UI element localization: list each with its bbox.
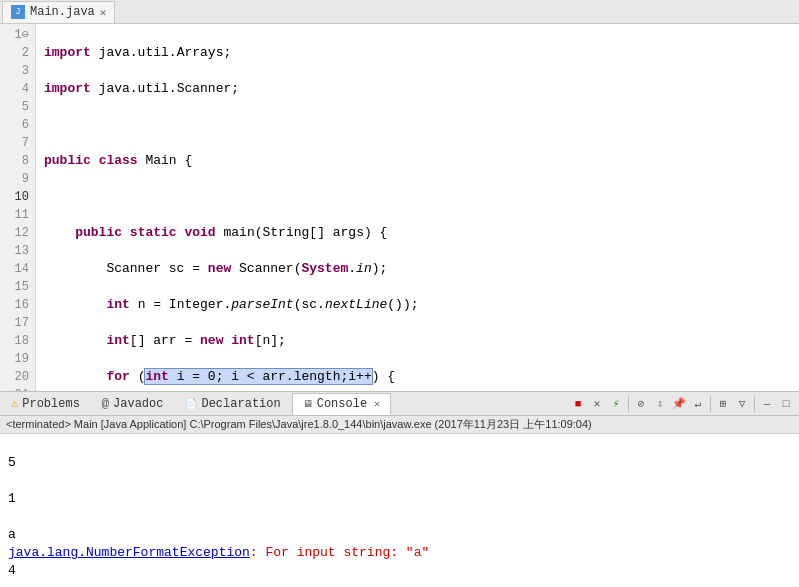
line-num-16: 16: [6, 296, 29, 314]
code-editor: 1⊖ 2 3 4 5 6 7 8 9 10 11 12 13 14 15 16 …: [0, 24, 799, 392]
code-line-1: import java.util.Arrays;: [44, 44, 799, 62]
console-output-line-4: [8, 509, 16, 524]
clear-console-icon[interactable]: ⊘: [632, 395, 650, 413]
maximize-icon[interactable]: □: [777, 395, 795, 413]
pin-icon[interactable]: 📌: [670, 395, 688, 413]
line-num-1: 1⊖: [6, 26, 29, 44]
line-num-11: 11: [6, 206, 29, 224]
toolbar-separator-2: [710, 396, 711, 412]
line-num-12: 12: [6, 224, 29, 242]
console-icon: 🖥: [303, 398, 313, 410]
javadoc-icon: @: [102, 397, 109, 411]
console-output-line-6: 4: [8, 563, 16, 578]
line-num-6: 6: [6, 116, 29, 134]
console-terminated-header: <terminated> Main [Java Application] C:\…: [0, 416, 799, 434]
line-num-3: 3: [6, 62, 29, 80]
open-console-icon[interactable]: ⊞: [714, 395, 732, 413]
code-line-2: import java.util.Scanner;: [44, 80, 799, 98]
code-line-3: [44, 116, 799, 134]
problems-label: Problems: [22, 397, 80, 411]
console-output-line-1: 5: [8, 455, 16, 470]
code-line-6: public static void main(String[] args) {: [44, 224, 799, 242]
main-java-tab[interactable]: J Main.java ✕: [2, 1, 115, 23]
code-line-5: [44, 188, 799, 206]
console-label: Console: [317, 397, 367, 411]
terminate-icon[interactable]: ■: [569, 395, 587, 413]
line-num-14: 14: [6, 260, 29, 278]
console-toolbar: ■ ✕ ⚡ ⊘ ⇩ 📌 ↵ ⊞ ▽ — □: [569, 395, 799, 413]
code-line-4: public class Main {: [44, 152, 799, 170]
tab-close-button[interactable]: ✕: [100, 6, 107, 19]
stop-icon[interactable]: ✕: [588, 395, 606, 413]
line-num-5: 5: [6, 98, 29, 116]
toolbar-separator-3: [754, 396, 755, 412]
line-num-19: 19: [6, 350, 29, 368]
line-numbers: 1⊖ 2 3 4 5 6 7 8 9 10 11 12 13 14 15 16 …: [0, 24, 36, 391]
tab-declaration[interactable]: 📄 Declaration: [174, 393, 291, 415]
declaration-label: Declaration: [201, 397, 280, 411]
run-icon[interactable]: ⚡: [607, 395, 625, 413]
line-num-9: 9: [6, 170, 29, 188]
line-num-8: 8: [6, 152, 29, 170]
console-output-line-7: [8, 581, 16, 587]
console-output-line-2: [8, 473, 16, 488]
console-error-line: java.lang.NumberFormatException: For inp…: [8, 545, 429, 560]
line-num-2: 2: [6, 44, 29, 62]
scroll-lock-icon[interactable]: ⇩: [651, 395, 669, 413]
code-line-9: int[] arr = new int[n];: [44, 332, 799, 350]
code-line-8: int n = Integer.parseInt(sc.nextLine());: [44, 296, 799, 314]
code-text-area[interactable]: import java.util.Arrays; import java.uti…: [36, 24, 799, 391]
line-num-4: 4: [6, 80, 29, 98]
declaration-icon: 📄: [185, 398, 197, 410]
bottom-tab-bar: ⚠ Problems @ Javadoc 📄 Declaration 🖥 Con…: [0, 392, 799, 416]
console-output[interactable]: 5 1 a java.lang.NumberFormatException: F…: [0, 434, 799, 587]
error-link[interactable]: java.lang.NumberFormatException: [8, 545, 250, 560]
code-line-7: Scanner sc = new Scanner(System.in);: [44, 260, 799, 278]
java-file-icon: J: [11, 5, 25, 19]
line-num-13: 13: [6, 242, 29, 260]
console-output-line-5: a: [8, 527, 16, 542]
terminated-text: <terminated> Main [Java Application] C:\…: [6, 418, 592, 430]
tab-problems[interactable]: ⚠ Problems: [0, 393, 91, 415]
console-close-icon[interactable]: ✕: [374, 398, 380, 410]
console-output-line-3: 1: [8, 491, 16, 506]
view-menu-icon[interactable]: ▽: [733, 395, 751, 413]
tab-console[interactable]: 🖥 Console ✕: [292, 393, 391, 415]
tab-filename: Main.java: [30, 5, 95, 19]
line-num-17: 17: [6, 314, 29, 332]
toolbar-separator-1: [628, 396, 629, 412]
line-num-15: 15: [6, 278, 29, 296]
line-num-20: 20: [6, 368, 29, 386]
code-line-10: for (int i = 0; i < arr.length;i++) {: [44, 368, 799, 386]
word-wrap-icon[interactable]: ↵: [689, 395, 707, 413]
bottom-panel: ⚠ Problems @ Javadoc 📄 Declaration 🖥 Con…: [0, 392, 799, 587]
editor-tab-bar: J Main.java ✕: [0, 0, 799, 24]
line-num-10: 10: [6, 188, 29, 206]
minimize-icon[interactable]: —: [758, 395, 776, 413]
tab-javadoc[interactable]: @ Javadoc: [91, 393, 175, 415]
problems-icon: ⚠: [11, 396, 18, 411]
javadoc-label: Javadoc: [113, 397, 163, 411]
line-num-18: 18: [6, 332, 29, 350]
line-num-7: 7: [6, 134, 29, 152]
